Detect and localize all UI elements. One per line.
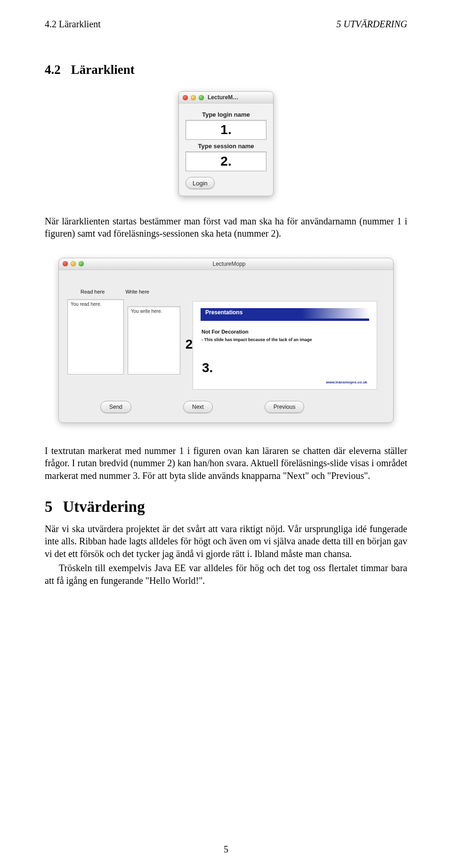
read-textarea[interactable]: You read here. [67,299,124,374]
login-button[interactable]: Login [186,177,215,189]
section-title: Utvärdering [63,498,145,515]
button-row: Send Next Previous [100,401,385,413]
subsection-title: Lärarklient [71,63,135,77]
runhead-right: 5 UTVÄRDERING [336,19,407,30]
lecturemopp-body: Read here Write here You read here. 1. Y… [59,270,393,422]
window-controls [183,95,204,100]
column-labels: Read here Write here [81,289,385,295]
figure-login-window: LectureM… Type login name 1. Type sessio… [45,91,407,196]
slide-header-bar: Presentations [201,308,369,319]
section-heading: 5Utvärdering [45,498,407,516]
write-textarea[interactable]: You write here. [128,306,180,374]
next-button[interactable]: Next [183,401,213,413]
lecturemopp-window: LectureMopp Read here Write here You rea… [58,258,394,423]
minimize-icon[interactable] [191,95,196,100]
runhead-left: 4.2 Lärarklient [45,19,101,30]
window-title: LectureM… [208,94,238,101]
close-icon[interactable] [63,261,68,266]
section-number: 5 [45,498,53,515]
presentation-slide: Presentations Not For Decoration - This … [193,301,377,390]
slide-header-line [201,319,369,321]
login-name-input[interactable]: 1. [186,120,266,140]
zoom-icon[interactable] [199,95,204,100]
slide-footer: www.transmopre.co.uk [326,380,367,384]
write-here-label: Write here [125,289,149,295]
read-here-label: Read here [81,289,105,295]
login-body: Type login name 1. Type session name 2. … [179,104,273,196]
paragraph-2: I textrutan markerat med nummer 1 i figu… [45,445,407,482]
window-title: LectureMopp [69,261,389,267]
login-window: LectureM… Type login name 1. Type sessio… [178,91,274,196]
session-name-label: Type session name [186,143,266,150]
slide-title: Not For Decoration [202,329,368,334]
subsection-heading: 4.2Lärarklient [45,63,407,77]
write-column: You write here. 2. [128,299,180,374]
paragraph-3: När vi ska utvärdera projektet är det sv… [45,523,407,560]
previous-button[interactable]: Previous [265,401,305,413]
titlebar: LectureMopp [59,258,393,270]
titlebar: LectureM… [179,92,273,104]
figure-lecturemopp-window: LectureMopp Read here Write here You rea… [45,258,407,423]
read-column: You read here. 1. [67,299,124,374]
close-icon[interactable] [183,95,188,100]
slide-header-text: Presentations [205,309,242,316]
paragraph-1: När lärarklienten startas bestämmer man … [45,215,407,240]
page-number: 5 [0,844,452,855]
annotation-3: 3. [202,360,213,375]
paragraph-4: Tröskeln till exempelvis Java EE var all… [45,562,407,587]
slide-area: Presentations Not For Decoration - This … [193,299,385,390]
running-header: 4.2 Lärarklient 5 UTVÄRDERING [45,19,407,30]
login-name-label: Type login name [186,111,266,118]
session-name-input[interactable]: 2. [186,151,266,171]
send-button[interactable]: Send [100,401,131,413]
slide-subtitle: - This slide has impact because of the l… [202,337,368,342]
subsection-number: 4.2 [45,63,61,77]
